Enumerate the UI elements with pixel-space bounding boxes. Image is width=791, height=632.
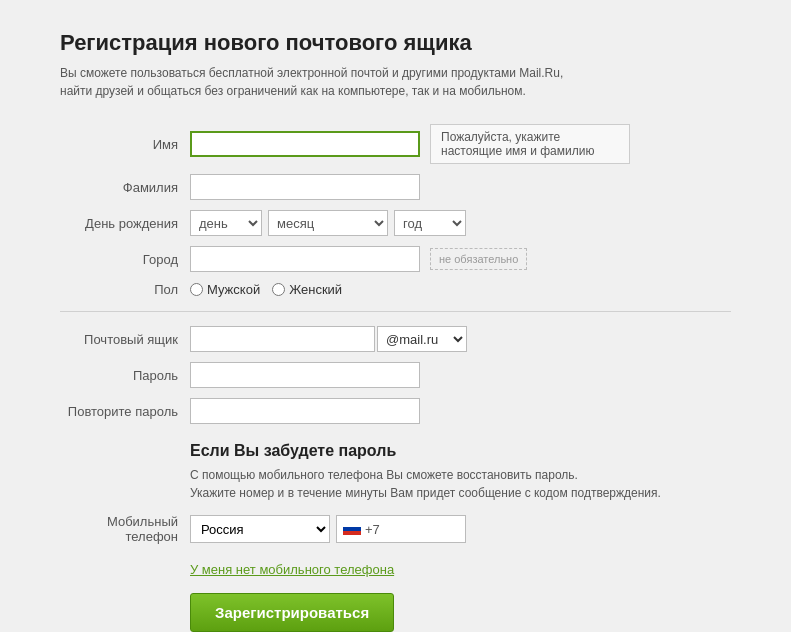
register-button-wrapper: Зарегистрироваться	[60, 593, 731, 632]
register-button[interactable]: Зарегистрироваться	[190, 593, 394, 632]
mobile-label: Мобильный телефон	[60, 514, 190, 544]
city-label: Город	[60, 252, 190, 267]
surname-label: Фамилия	[60, 180, 190, 195]
city-input[interactable]	[190, 246, 420, 272]
phone-input-wrapper: +7	[336, 515, 466, 543]
gender-female-option[interactable]: Женский	[272, 282, 342, 297]
surname-row: Фамилия	[60, 174, 731, 200]
confirm-password-row: Повторите пароль	[60, 398, 731, 424]
year-select[interactable]: год	[394, 210, 466, 236]
svg-rect-1	[343, 527, 361, 531]
city-row: Город не обязательно	[60, 246, 731, 272]
gender-label: Пол	[60, 282, 190, 297]
russia-flag-icon	[343, 523, 361, 535]
email-row: Почтовый ящик @mail.ru @inbox.ru @list.r…	[60, 326, 731, 352]
gender-female-radio[interactable]	[272, 283, 285, 296]
birthday-label: День рождения	[60, 216, 190, 231]
no-phone-link[interactable]: У меня нет мобильного телефона	[190, 562, 394, 577]
recovery-title: Если Вы забудете пароль	[190, 442, 731, 460]
birthday-selects: день месяц год	[190, 210, 466, 236]
birthday-row: День рождения день месяц год	[60, 210, 731, 236]
email-domain-select[interactable]: @mail.ru @inbox.ru @list.ru @bk.ru	[377, 326, 467, 352]
recovery-desc: С помощью мобильного телефона Вы сможете…	[190, 466, 731, 502]
page-wrapper: Регистрация нового почтового ящика Вы см…	[0, 0, 791, 632]
email-label: Почтовый ящик	[60, 332, 190, 347]
not-required-badge: не обязательно	[430, 248, 527, 270]
day-select[interactable]: день	[190, 210, 262, 236]
svg-rect-2	[343, 531, 361, 535]
mobile-country-select[interactable]: Россия	[190, 515, 330, 543]
password-row: Пароль	[60, 362, 731, 388]
recovery-section: Если Вы забудете пароль С помощью мобиль…	[60, 442, 731, 632]
gender-female-label: Женский	[289, 282, 342, 297]
svg-rect-0	[343, 523, 361, 527]
email-input[interactable]	[190, 326, 375, 352]
name-tooltip: Пожалуйста, укажите настоящие имя и фами…	[430, 124, 630, 164]
confirm-password-input[interactable]	[190, 398, 420, 424]
name-input[interactable]	[190, 131, 420, 157]
month-select[interactable]: месяц	[268, 210, 388, 236]
surname-input[interactable]	[190, 174, 420, 200]
gender-male-label: Мужской	[207, 282, 260, 297]
registration-form: Имя Пожалуйста, укажите настоящие имя и …	[60, 124, 731, 424]
divider-1	[60, 311, 731, 312]
page-title: Регистрация нового почтового ящика	[60, 30, 731, 56]
page-subtitle: Вы сможете пользоваться бесплатной элект…	[60, 64, 731, 100]
password-label: Пароль	[60, 368, 190, 383]
gender-male-radio[interactable]	[190, 283, 203, 296]
phone-prefix: +7	[365, 522, 380, 537]
mobile-row: Мобильный телефон Россия +7	[60, 514, 731, 544]
name-label: Имя	[60, 137, 190, 152]
gender-row: Пол Мужской Женский	[60, 282, 731, 297]
name-row: Имя Пожалуйста, укажите настоящие имя и …	[60, 124, 731, 164]
gender-male-option[interactable]: Мужской	[190, 282, 260, 297]
confirm-password-label: Повторите пароль	[60, 404, 190, 419]
password-input[interactable]	[190, 362, 420, 388]
gender-options: Мужской Женский	[190, 282, 342, 297]
